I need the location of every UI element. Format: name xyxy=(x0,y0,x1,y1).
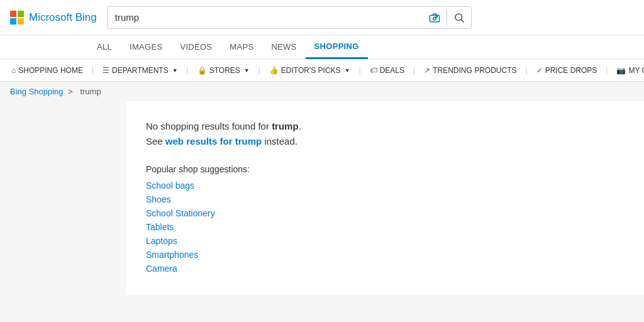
suggestion-school-stationery[interactable]: School Stationery xyxy=(146,208,624,218)
suggestion-tablets[interactable]: Tablets xyxy=(146,222,624,232)
trending-products-label: TRENDING PRODUCTS xyxy=(433,66,516,75)
suggestion-shoes[interactable]: Shoes xyxy=(146,194,624,204)
logo[interactable]: Microsoft Bing xyxy=(10,11,97,25)
content-area: No shopping results found for trump. See… xyxy=(126,101,644,295)
separator-3: | xyxy=(258,66,260,75)
trump-link: trump xyxy=(235,136,262,147)
tag-icon: 🏷 xyxy=(370,66,377,75)
tab-all[interactable]: ALL xyxy=(88,35,121,59)
shopping-home-item[interactable]: ⌂ SHOPPING HOME xyxy=(6,59,88,82)
svg-rect-0 xyxy=(430,15,439,22)
logo-text: Microsoft Bing xyxy=(29,11,97,24)
nav-tabs: ALL IMAGES VIDEOS MAPS NEWS SHOPPING xyxy=(0,35,644,59)
stores-chevron-icon: ▼ xyxy=(244,67,250,74)
no-results-bold: trump xyxy=(272,121,299,131)
price-drops-item[interactable]: ✓ PRICE DROPS xyxy=(531,59,602,82)
tab-maps[interactable]: MAPS xyxy=(221,35,262,59)
separator-5: | xyxy=(413,66,415,75)
departments-item[interactable]: ☰ DEPARTMENTS ▼ xyxy=(97,59,183,82)
instead-text: instead. xyxy=(262,136,297,147)
logo-yellow xyxy=(18,18,24,25)
suggestion-camera[interactable]: Camera xyxy=(146,264,624,274)
trend-icon: ↗ xyxy=(424,66,430,75)
breadcrumb-separator: > xyxy=(68,87,75,96)
thumb-icon: 👍 xyxy=(269,66,279,75)
search-bar xyxy=(107,6,472,29)
deals-item[interactable]: 🏷 DEALS xyxy=(365,59,409,82)
lock-icon: 🔒 xyxy=(197,66,207,75)
svg-point-1 xyxy=(433,17,436,20)
trending-products-item[interactable]: ↗ TRENDING PRODUCTS xyxy=(419,59,521,82)
sidebar xyxy=(0,101,126,295)
logo-red xyxy=(10,11,16,17)
no-results-message: No shopping results found for trump. See… xyxy=(146,119,624,149)
editors-picks-chevron-icon: ▼ xyxy=(345,67,350,74)
editors-picks-item[interactable]: 👍 EDITOR'S PICKS ▼ xyxy=(264,59,355,82)
shopping-nav: ⌂ SHOPPING HOME | ☰ DEPARTMENTS ▼ | 🔒 ST… xyxy=(0,59,644,82)
price-drops-label: PRICE DROPS xyxy=(545,66,597,75)
camera-search-button[interactable] xyxy=(423,7,447,28)
logo-microsoft: Microsoft xyxy=(29,11,72,23)
header: Microsoft Bing xyxy=(0,0,644,35)
stores-item[interactable]: 🔒 STORES ▼ xyxy=(192,59,255,82)
logo-bing: Bing xyxy=(75,11,97,23)
deals-label: DEALS xyxy=(380,66,404,75)
breadcrumb: Bing Shopping > trump xyxy=(0,82,644,101)
my-collections-item[interactable]: 📷 MY COLLECTIONS xyxy=(611,59,644,82)
svg-rect-2 xyxy=(436,16,437,17)
logo-green xyxy=(18,11,24,17)
breadcrumb-bing-shopping[interactable]: Bing Shopping xyxy=(10,87,64,96)
see-text: See xyxy=(146,136,165,147)
my-collections-label: MY COLLECTIONS xyxy=(628,66,644,75)
microsoft-logo-grid xyxy=(10,11,24,25)
svg-line-4 xyxy=(461,19,464,22)
separator-4: | xyxy=(359,66,361,75)
separator-6: | xyxy=(526,66,528,75)
search-button[interactable] xyxy=(447,7,471,28)
check-icon: ✓ xyxy=(536,66,543,75)
home-icon: ⌂ xyxy=(11,66,16,75)
tab-shopping[interactable]: SHOPPING xyxy=(306,35,368,59)
shopping-home-label: SHOPPING HOME xyxy=(18,66,83,75)
editors-picks-label: EDITOR'S PICKS xyxy=(281,66,341,75)
separator-1: | xyxy=(92,66,94,75)
tab-videos[interactable]: VIDEOS xyxy=(171,35,221,59)
tab-news[interactable]: NEWS xyxy=(262,35,305,59)
breadcrumb-current: trump xyxy=(80,87,101,96)
suggestions-title: Popular shop suggestions: xyxy=(146,164,624,174)
suggestion-smartphones[interactable]: Smartphones xyxy=(146,250,624,260)
list-icon: ☰ xyxy=(103,66,109,75)
separator-7: | xyxy=(606,66,608,75)
web-results-link[interactable]: web results for trump xyxy=(165,136,262,147)
suggestion-laptops[interactable]: Laptops xyxy=(146,236,624,246)
departments-chevron-icon: ▼ xyxy=(172,67,178,74)
logo-blue xyxy=(10,18,16,25)
search-input[interactable] xyxy=(108,12,423,23)
suggestion-school-bags[interactable]: School bags xyxy=(146,180,624,191)
collections-icon: 📷 xyxy=(616,66,626,75)
main-content: No shopping results found for trump. See… xyxy=(0,101,644,295)
no-results-text2: . xyxy=(299,121,301,131)
tab-images[interactable]: IMAGES xyxy=(121,35,171,59)
separator-2: | xyxy=(187,66,189,75)
svg-point-3 xyxy=(455,14,462,21)
no-results-text1: No shopping results found for xyxy=(146,121,272,131)
departments-label: DEPARTMENTS xyxy=(112,66,169,75)
stores-label: STORES xyxy=(209,66,240,75)
